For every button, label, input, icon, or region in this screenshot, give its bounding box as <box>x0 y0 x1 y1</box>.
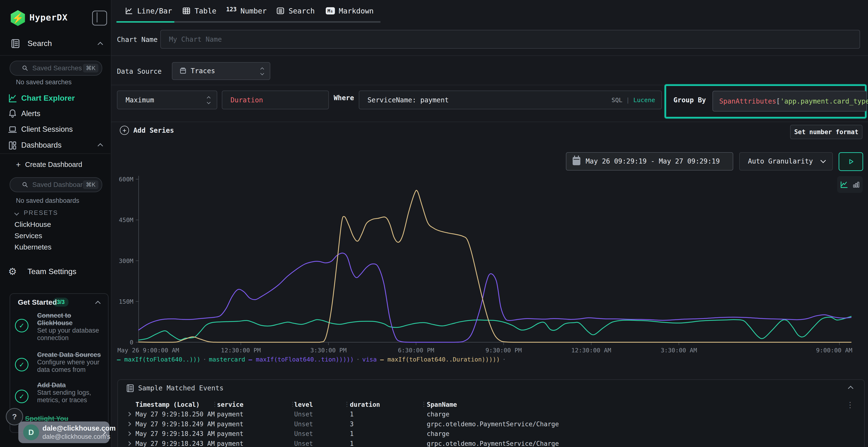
saved-searches-input[interactable]: Saved Searches ⌘K <box>10 61 102 76</box>
sidebar-item-chart-explorer[interactable]: Chart Explorer <box>0 90 111 106</box>
svg-text:150M: 150M <box>119 298 133 305</box>
lucene-toggle[interactable]: Lucene <box>633 97 655 104</box>
field-input[interactable]: Duration <box>222 91 329 109</box>
check-circle-icon: ✓ <box>15 390 28 403</box>
add-series-button[interactable]: + Add Series <box>120 126 174 135</box>
play-icon <box>847 158 855 165</box>
tab-search[interactable]: Search <box>276 0 315 22</box>
get-started-item[interactable]: Create Data SourcesConfigure where yourd… <box>37 351 102 374</box>
chart-name-input[interactable] <box>160 30 860 49</box>
sidebar-item-team-settings[interactable]: ⚙ Team Settings <box>0 263 111 280</box>
sidebar-collapse-icon[interactable] <box>92 10 107 26</box>
row-expander-icon[interactable] <box>127 412 131 416</box>
column-drag-icon[interactable]: ⋮ <box>212 401 218 408</box>
number-123-icon: 123 <box>226 6 237 13</box>
line-chart-icon <box>125 6 133 15</box>
journal-icon <box>126 384 135 393</box>
journal-icon <box>10 38 21 49</box>
sidebar-section-dashboards[interactable]: Dashboards <box>0 137 111 153</box>
row-expander-icon[interactable] <box>127 431 131 436</box>
column-header[interactable]: SpanName <box>427 401 457 408</box>
chevron-up-icon[interactable] <box>95 301 101 306</box>
app-logo[interactable]: HyperDX <box>29 12 68 23</box>
run-query-button[interactable] <box>839 152 863 171</box>
tab-number[interactable]: 123 Number <box>226 0 267 22</box>
events-title: Sample Matched Events <box>138 384 223 392</box>
create-dashboard-button[interactable]: + Create Dashboard <box>0 157 111 172</box>
collapse-panel-icon[interactable] <box>848 386 854 391</box>
legend-item[interactable]: — maxIf(toFloat640..)))·mastercard <box>117 356 245 363</box>
data-source-value: Traces <box>191 67 215 75</box>
svg-text:May 26 9:00:00 AM: May 26 9:00:00 AM <box>117 347 179 354</box>
column-drag-icon[interactable]: ⋮ <box>344 401 350 408</box>
get-started-partial-item: Spotlight You <box>25 415 97 421</box>
time-series-chart[interactable]: 0150M300M450M600MMay 26 9:00:00 AM12:30:… <box>111 169 868 356</box>
shortcut-badge: ⌘K <box>83 180 98 189</box>
aggregation-value: Maximum <box>126 96 154 104</box>
sidebar: ⚡ HyperDX Search Saved Searches ⌘K No sa… <box>0 0 112 447</box>
user-subtitle: dale@clickhouse.com's <box>42 433 111 441</box>
sql-toggle[interactable]: SQL <box>612 97 622 104</box>
aggregation-select[interactable]: Maximum <box>117 91 217 109</box>
chevron-up-icon[interactable] <box>98 143 103 149</box>
svg-text:9:30:00 PM: 9:30:00 PM <box>486 347 522 354</box>
chart-legend: — maxIf(toFloat640..)))·mastercard— maxI… <box>117 356 512 363</box>
user-menu[interactable]: D dale@clickhouse.com dale@clickhouse.co… <box>18 421 110 443</box>
chevron-up-icon[interactable] <box>98 42 103 47</box>
data-source-select[interactable]: Traces <box>172 62 270 80</box>
line-chart-icon <box>8 94 18 103</box>
get-started-title: Get Started <box>18 298 57 306</box>
column-drag-icon[interactable]: ⋮ <box>421 401 427 408</box>
svg-text:300M: 300M <box>119 257 133 265</box>
laptop-icon <box>8 125 18 134</box>
legend-item[interactable]: — maxIf(toFloat640..tion)))))·visa <box>249 356 377 363</box>
svg-text:12:30:00 PM: 12:30:00 PM <box>221 347 261 354</box>
granularity-value: Auto Granularity <box>748 157 813 165</box>
alerts-label: Alerts <box>21 109 40 118</box>
column-header[interactable]: duration <box>350 401 380 408</box>
svg-text:6:30:00 PM: 6:30:00 PM <box>398 347 434 354</box>
svg-text:12:30:00 AM: 12:30:00 AM <box>571 347 611 354</box>
select-chevrons-icon <box>207 97 210 104</box>
get-started-card: Get Started 3/3 ✓Connect toClickHouseSet… <box>10 294 108 433</box>
kebab-menu-icon[interactable]: ⋮ <box>846 401 854 409</box>
sidebar-item-client-sessions[interactable]: Client Sessions <box>0 121 111 138</box>
column-header[interactable]: Timestamp (Local) <box>135 401 199 408</box>
sidebar-preset-services[interactable]: Services <box>14 232 42 240</box>
column-header[interactable]: service <box>217 401 244 408</box>
set-number-format-button[interactable]: Set number format <box>790 125 863 139</box>
main-content: Line/Bar Table 123 Number Search M↓ Mark… <box>111 0 868 447</box>
get-started-item[interactable]: Add DataStart sending logs,metrics, or t… <box>37 381 102 404</box>
tab-line-bar[interactable]: Line/Bar <box>125 0 172 22</box>
get-started-item[interactable]: Connect toClickHouseSet up your database… <box>37 312 102 342</box>
sidebar-item-alerts[interactable]: Alerts <box>0 105 111 122</box>
date-range-picker[interactable]: May 26 09:29:19 - May 27 09:29:19 <box>566 152 733 171</box>
tab-markdown[interactable]: M↓ Markdown <box>326 0 374 22</box>
row-expander-icon[interactable] <box>127 422 131 426</box>
group-by-label: Group By <box>674 96 706 104</box>
date-range-value: May 26 09:29:19 - May 27 09:29:19 <box>586 157 720 165</box>
column-header[interactable]: level <box>294 401 313 408</box>
hyperdx-app: ⚡ HyperDX Search Saved Searches ⌘K No sa… <box>0 0 868 447</box>
dashboards-grid-icon <box>8 141 18 150</box>
tab-table[interactable]: Table <box>182 0 216 22</box>
row-expander-icon[interactable] <box>127 441 131 446</box>
get-started-badge: 3/3 <box>53 298 68 307</box>
saved-dashboards-input[interactable]: Saved Dashboards ⌘K <box>10 177 102 192</box>
group-by-input[interactable]: SpanAttributes['app.payment.card_type'] <box>712 91 867 111</box>
sidebar-preset-kubernetes[interactable]: Kubernetes <box>14 243 51 251</box>
client-sessions-label: Client Sessions <box>21 125 73 134</box>
svg-text:0: 0 <box>130 339 133 346</box>
sidebar-preset-clickhouse[interactable]: ClickHouse <box>14 220 51 229</box>
svg-text:3:30:00 AM: 3:30:00 AM <box>661 347 697 354</box>
column-drag-icon[interactable]: ⋮ <box>289 401 296 408</box>
field-value: Duration <box>230 96 263 104</box>
active-tab-indicator <box>117 21 174 23</box>
where-input[interactable]: ServiceName: payment SQL | Lucene <box>359 91 662 109</box>
granularity-select[interactable]: Auto Granularity <box>739 152 833 171</box>
presets-toggle[interactable]: PRESETS <box>15 209 58 216</box>
query-language-toggle[interactable]: SQL | Lucene <box>612 97 655 104</box>
shortcut-badge: ⌘K <box>83 64 98 72</box>
sidebar-section-search[interactable]: Search <box>0 35 111 52</box>
legend-item[interactable]: — maxIf(toFloat640..Duration)))))· <box>380 356 508 363</box>
